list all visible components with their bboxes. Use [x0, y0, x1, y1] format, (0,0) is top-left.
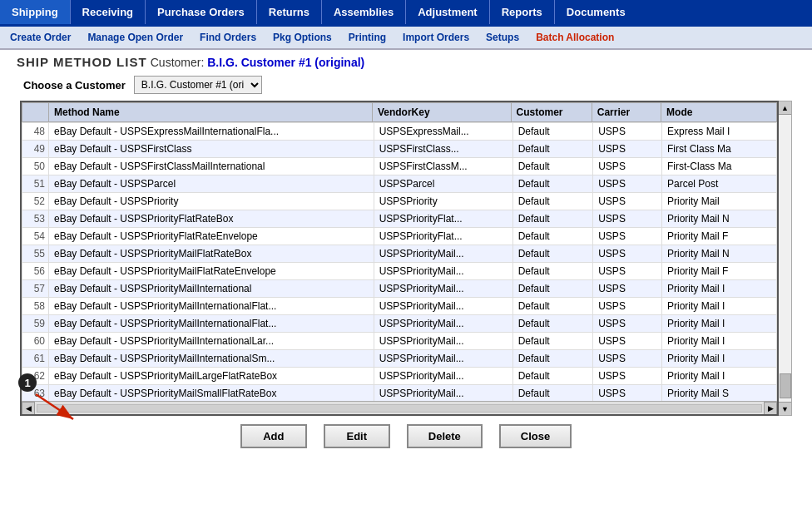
table-row[interactable]: 51eBay Default - USPSParcelUSPSParcelDef…	[22, 175, 777, 193]
nav-assemblies[interactable]: Assemblies	[322, 0, 406, 24]
row-customer: Default	[512, 368, 593, 385]
row-num: 48	[22, 123, 49, 141]
col-customer: Customer	[511, 103, 592, 122]
table-row[interactable]: 55eBay Default - USPSPriorityMailFlatRat…	[22, 245, 777, 263]
row-customer: Default	[512, 175, 593, 193]
table-row[interactable]: 52eBay Default - USPSPriorityUSPSPriorit…	[22, 193, 777, 210]
row-method: eBay Default - USPSPriorityMailFlatRateB…	[49, 245, 374, 263]
table-row[interactable]: 54eBay Default - USPSPriorityFlatRateEnv…	[22, 228, 777, 245]
row-mode: Priority Mail F	[661, 228, 776, 245]
row-mode: First-Class Ma	[661, 158, 776, 175]
row-customer: Default	[512, 350, 593, 368]
row-method: eBay Default - USPSPriorityMailSmallFlat…	[49, 385, 374, 402]
nav-reports[interactable]: Reports	[490, 0, 555, 24]
col-carrier: Carrier	[592, 103, 661, 122]
v-scroll-down[interactable]: ▼	[779, 402, 791, 415]
row-method: eBay Default - USPSPriorityMailLargeFlat…	[49, 368, 374, 385]
close-button[interactable]: Close	[499, 424, 572, 448]
row-num: 49	[22, 141, 49, 158]
row-customer: Default	[512, 298, 593, 315]
nav-documents[interactable]: Documents	[555, 0, 637, 24]
subnav-create-order[interactable]: Create Order	[2, 29, 79, 46]
table-container: Method Name VendorKey Customer Carrier M…	[20, 101, 779, 416]
row-num: 57	[22, 280, 49, 298]
v-scroll-track	[779, 115, 791, 402]
v-scrollbar: ▲ ▼	[779, 101, 792, 416]
customer-chooser-label: Choose a Customer	[23, 79, 126, 91]
nav-purchase-orders[interactable]: Purchase Orders	[146, 0, 257, 24]
row-mode: Priority Mail I	[661, 368, 776, 385]
add-button[interactable]: Add	[240, 424, 307, 448]
subnav-manage-open-order[interactable]: Manage Open Order	[79, 29, 191, 46]
customer-chooser-select[interactable]: B.I.G. Customer #1 (ori	[134, 76, 262, 94]
row-num: 51	[22, 175, 49, 193]
data-table: 48eBay Default - USPSExpressMailInternat…	[22, 122, 777, 401]
table-row[interactable]: 59eBay Default - USPSPriorityMailInterna…	[22, 315, 777, 333]
row-carrier: USPS	[593, 315, 662, 333]
h-scroll-track	[37, 404, 762, 413]
subnav-setups[interactable]: Setups	[478, 29, 527, 46]
row-vendor-key: USPSPriorityMail...	[374, 350, 512, 368]
h-scroll-left[interactable]: ◀	[22, 402, 35, 415]
delete-button[interactable]: Delete	[407, 424, 483, 448]
row-carrier: USPS	[593, 368, 662, 385]
nav-adjustment[interactable]: Adjustment	[406, 0, 490, 24]
row-method: eBay Default - USPSPriorityFlatRateEnvel…	[49, 228, 374, 245]
row-mode: Priority Mail I	[661, 315, 776, 333]
row-method: eBay Default - USPSPriority	[49, 193, 374, 210]
table-row[interactable]: 61eBay Default - USPSPriorityMailInterna…	[22, 350, 777, 368]
row-mode: Parcel Post	[661, 175, 776, 193]
page-title: SHIP METHOD LIST Customer: B.I.G. Custom…	[17, 55, 795, 69]
page-title-customer-name: B.I.G. Customer #1 (original)	[207, 56, 364, 69]
row-customer: Default	[512, 280, 593, 298]
v-scroll-up[interactable]: ▲	[779, 101, 791, 115]
row-vendor-key: USPSPriorityMail...	[374, 385, 512, 402]
row-mode: Priority Mail I	[661, 298, 776, 315]
table-row[interactable]: 50eBay Default - USPSFirstClassMailInter…	[22, 158, 777, 175]
table-row[interactable]: 49eBay Default - USPSFirstClassUSPSFirst…	[22, 141, 777, 158]
subnav-import-orders[interactable]: Import Orders	[394, 29, 478, 46]
top-nav: Shipping Receiving Purchase Orders Retur…	[0, 0, 812, 50]
row-carrier: USPS	[593, 298, 662, 315]
edit-button[interactable]: Edit	[324, 424, 390, 448]
table-row[interactable]: 62eBay Default - USPSPriorityMailLargeFl…	[22, 368, 777, 385]
table-row[interactable]: 58eBay Default - USPSPriorityMailInterna…	[22, 298, 777, 315]
customer-chooser: Choose a Customer B.I.G. Customer #1 (or…	[23, 76, 795, 94]
nav-returns[interactable]: Returns	[257, 0, 322, 24]
table-row[interactable]: 53eBay Default - USPSPriorityFlatRateBox…	[22, 210, 777, 228]
row-mode: Priority Mail	[661, 193, 776, 210]
row-customer: Default	[512, 123, 593, 141]
table-row[interactable]: 56eBay Default - USPSPriorityMailFlatRat…	[22, 263, 777, 280]
row-customer: Default	[512, 141, 593, 158]
row-carrier: USPS	[593, 245, 662, 263]
h-scroll-right[interactable]: ▶	[764, 402, 777, 415]
v-scroll-thumb[interactable]	[780, 373, 791, 398]
subnav-find-orders[interactable]: Find Orders	[191, 29, 265, 46]
row-carrier: USPS	[593, 228, 662, 245]
page-title-main: SHIP METHOD LIST	[17, 55, 147, 69]
subnav-pkg-options[interactable]: Pkg Options	[265, 29, 340, 46]
row-method: eBay Default - USPSFirstClassMailInterna…	[49, 158, 374, 175]
row-carrier: USPS	[593, 280, 662, 298]
row-customer: Default	[512, 385, 593, 402]
row-mode: First Class Ma	[661, 141, 776, 158]
row-mode: Priority Mail N	[661, 210, 776, 228]
bottom-buttons: Add Edit Delete Close	[17, 421, 795, 452]
table-row[interactable]: 63eBay Default - USPSPriorityMailSmallFl…	[22, 385, 777, 402]
row-vendor-key: USPSParcel	[374, 175, 512, 193]
subnav-batch-allocation[interactable]: Batch Allocation	[527, 29, 622, 46]
nav-shipping[interactable]: Shipping	[0, 0, 71, 24]
row-customer: Default	[512, 210, 593, 228]
table-row[interactable]: 57eBay Default - USPSPriorityMailInterna…	[22, 280, 777, 298]
row-mode: Priority Mail I	[661, 280, 776, 298]
row-num: 56	[22, 263, 49, 280]
subnav-printing[interactable]: Printing	[340, 29, 394, 46]
row-method: eBay Default - USPSPriorityMailInternati…	[49, 315, 374, 333]
col-vendor-key: VendorKey	[372, 103, 511, 122]
table-row[interactable]: 60eBay Default - USPSPriorityMailInterna…	[22, 333, 777, 350]
nav-receiving[interactable]: Receiving	[71, 0, 146, 24]
row-vendor-key: USPSPriorityMail...	[374, 298, 512, 315]
row-vendor-key: USPSPriorityMail...	[374, 315, 512, 333]
table-row[interactable]: 48eBay Default - USPSExpressMailInternat…	[22, 123, 777, 141]
row-method: eBay Default - USPSParcel	[49, 175, 374, 193]
